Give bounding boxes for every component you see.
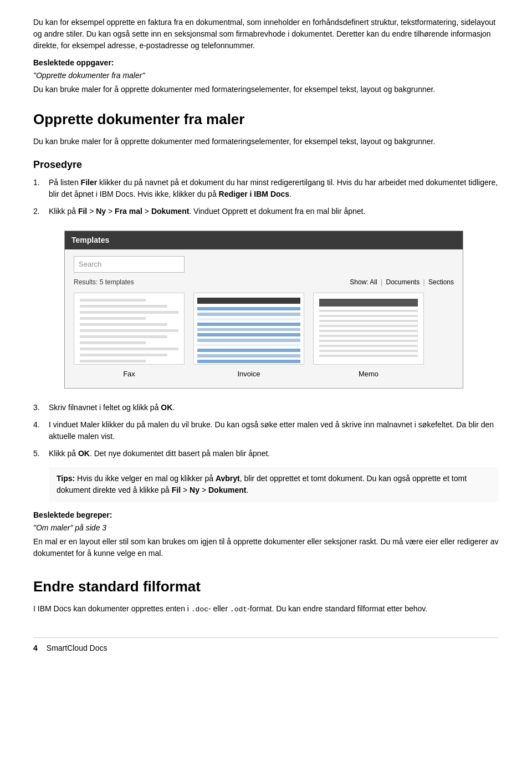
tip-sep2: > bbox=[200, 486, 208, 494]
procedure-list: 1. På listen Filer klikker du på navnet … bbox=[33, 177, 499, 459]
intro-paragraph: Du kan for eksempel opprette en faktura … bbox=[33, 17, 499, 52]
templates-body: Search Results: 5 templates Show: All | … bbox=[65, 249, 463, 388]
tip-bold3: Ny bbox=[190, 486, 200, 494]
step-3-content: Skriv filnavnet i feltet og klikk på OK. bbox=[49, 402, 499, 413]
step-1-num: 1. bbox=[33, 177, 49, 200]
step-3-bold1: OK bbox=[161, 403, 172, 412]
step-1-text-after: . bbox=[289, 190, 291, 198]
section2-text2: - eller bbox=[208, 604, 230, 613]
template-memo[interactable]: Memo bbox=[313, 293, 424, 380]
section2-heading: Endre standard filformat bbox=[33, 576, 499, 598]
step-2-text-after: . Vinduet Opprett et dokument fra en mal… bbox=[189, 207, 365, 216]
step-5-bold1: OK bbox=[78, 449, 90, 458]
template-thumbnails: Fax bbox=[74, 293, 454, 380]
step-4-num: 4. bbox=[33, 419, 49, 442]
memo-thumb bbox=[313, 293, 424, 365]
memo-label: Memo bbox=[359, 369, 378, 380]
tip-bold2: Fil bbox=[172, 486, 181, 494]
invoice-label: Invoice bbox=[237, 369, 260, 380]
procedure-heading: Prosedyre bbox=[33, 157, 499, 172]
related-concepts-quote: "Om maler" på side 3 bbox=[33, 522, 499, 534]
page-content: Du kan for eksempel opprette en faktura … bbox=[33, 17, 499, 654]
fax-label: Fax bbox=[123, 369, 135, 380]
template-fax[interactable]: Fax bbox=[74, 293, 185, 380]
step-5-num: 5. bbox=[33, 448, 49, 459]
step-5-content: Klikk på OK. Det nye dokumentet ditt bas… bbox=[49, 448, 499, 459]
step-1-bold2: Rediger i IBM Docs bbox=[219, 190, 290, 198]
tip-label: Tips: bbox=[57, 474, 75, 483]
step-3: 3. Skriv filnavnet i feltet og klikk på … bbox=[33, 402, 499, 413]
tip-bold1: Avbryt bbox=[216, 474, 240, 483]
section2-intro: I IBM Docs kan dokumenter opprettes ente… bbox=[33, 603, 499, 615]
template-invoice[interactable]: Invoice bbox=[193, 293, 304, 380]
results-row: Results: 5 templates Show: All | Documen… bbox=[74, 277, 454, 287]
tip-bold4: Dokument bbox=[208, 486, 246, 494]
footer-page-num: 4 bbox=[33, 642, 38, 654]
templates-header: Templates bbox=[65, 231, 463, 249]
tip-text3: . bbox=[246, 486, 248, 494]
related-concepts-label: Beslektede begreper: bbox=[33, 509, 499, 521]
page-footer: 4 SmartCloud Docs bbox=[33, 637, 499, 654]
footer-brand: SmartCloud Docs bbox=[47, 642, 108, 654]
step-2-bold2: Ny bbox=[96, 207, 106, 216]
templates-mockup: Templates Search Results: 5 templates Sh… bbox=[64, 231, 463, 389]
step-1-text-before: På listen bbox=[49, 178, 81, 187]
step-2-content: Klikk på Fil > Ny > Fra mal > Dokument. … bbox=[49, 206, 499, 217]
section1-heading: Opprette dokumenter fra maler bbox=[33, 109, 499, 130]
show-sections[interactable]: Sections bbox=[428, 278, 454, 286]
step-1: 1. På listen Filer klikker du på navnet … bbox=[33, 177, 499, 200]
step-2-sep1: > bbox=[87, 207, 96, 216]
step-5-text-before: Klikk på bbox=[49, 449, 78, 458]
step-2-bold1: Fil bbox=[78, 207, 87, 216]
related-tasks-desc: Du kan bruke maler for å opprette dokume… bbox=[33, 84, 499, 95]
show-label: Show: bbox=[350, 278, 370, 286]
step-1-bold1: Filer bbox=[81, 178, 98, 187]
step-1-content: På listen Filer klikker du på navnet på … bbox=[49, 177, 499, 200]
step-2-mockup-row: Templates Search Results: 5 templates Sh… bbox=[33, 223, 499, 396]
related-tasks-label: Beslektede oppgaver: bbox=[33, 57, 499, 69]
step-2-num: 2. bbox=[33, 206, 49, 217]
tip-box: Tips: Hvis du ikke velger en mal og klik… bbox=[49, 467, 499, 502]
step-2-bold4: Dokument bbox=[151, 207, 189, 216]
show-options: Show: All | Documents | Sections bbox=[350, 277, 454, 287]
step-2: 2. Klikk på Fil > Ny > Fra mal > Dokumen… bbox=[33, 206, 499, 217]
section2-code2: .odt bbox=[230, 605, 247, 614]
step-5: 5. Klikk på OK. Det nye dokumentet ditt … bbox=[33, 448, 499, 459]
tip-text: Hvis du ikke velger en mal og klikker på bbox=[75, 474, 216, 483]
related-concepts-desc: En mal er en layout eller stil som kan b… bbox=[33, 536, 499, 559]
results-text: Results: 5 templates bbox=[74, 277, 134, 287]
step-5-text-after: . Det nye dokumentet ditt basert på male… bbox=[90, 449, 270, 458]
section2-text-before: I IBM Docs kan dokumenter opprettes ente… bbox=[33, 604, 191, 613]
step-2-text-before: Klikk på bbox=[49, 207, 78, 216]
step-4-content: I vinduet Maler klikker du på malen du v… bbox=[49, 419, 499, 442]
show-docs[interactable]: Documents bbox=[386, 278, 420, 286]
invoice-thumb bbox=[193, 293, 304, 365]
section2-text3: -format. Du kan endre standard filformat… bbox=[247, 604, 427, 613]
search-bar[interactable]: Search bbox=[74, 256, 185, 273]
tip-sep1: > bbox=[181, 486, 190, 494]
section2-code1: .doc bbox=[191, 605, 208, 614]
fax-thumb bbox=[74, 293, 185, 365]
show-all[interactable]: All bbox=[370, 278, 377, 286]
step-2-sep3: > bbox=[142, 207, 151, 216]
step-2-bold3: Fra mal bbox=[115, 207, 142, 216]
step-2-sep2: > bbox=[106, 207, 115, 216]
section1-intro: Du kan bruke maler for å opprette dokume… bbox=[33, 136, 499, 147]
step-3-text-after: . bbox=[172, 403, 175, 412]
related-tasks-quote: "Opprette dokumenter fra maler" bbox=[33, 70, 499, 81]
step-4: 4. I vinduet Maler klikker du på malen d… bbox=[33, 419, 499, 442]
step-3-num: 3. bbox=[33, 402, 49, 413]
step-3-text-before: Skriv filnavnet i feltet og klikk på bbox=[49, 403, 161, 412]
